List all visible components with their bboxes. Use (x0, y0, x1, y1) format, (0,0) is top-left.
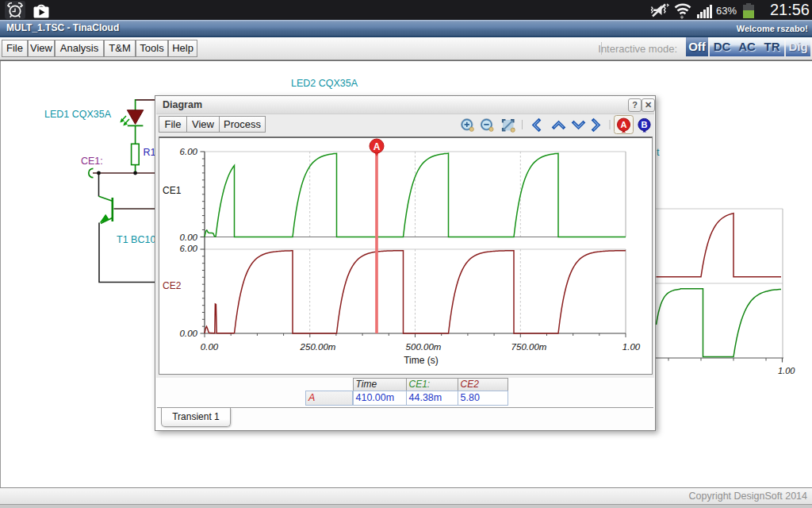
svg-text:Time (s): Time (s) (404, 355, 439, 366)
svg-text:t: t (657, 147, 660, 158)
svg-text:500.00m: 500.00m (406, 342, 442, 352)
svg-text:A: A (373, 141, 381, 152)
svg-text:LED1 CQX35A: LED1 CQX35A (44, 109, 112, 120)
svg-text:750.00m: 750.00m (511, 342, 547, 352)
svg-text:0.00: 0.00 (180, 329, 198, 338)
svg-text:1.00: 1.00 (778, 366, 795, 375)
svg-text:6.00: 6.00 (180, 244, 198, 253)
svg-text:0.00: 0.00 (180, 233, 198, 242)
svg-text:6.00: 6.00 (180, 147, 198, 156)
svg-text:1.00: 1.00 (622, 342, 641, 352)
svg-text:0.00: 0.00 (201, 342, 219, 352)
svg-text:A: A (621, 120, 627, 129)
svg-text:CE2: CE2 (163, 280, 182, 291)
svg-text:CE1:: CE1: (81, 156, 103, 167)
svg-text:250.00m: 250.00m (300, 342, 336, 352)
svg-text:B: B (642, 120, 648, 129)
svg-text:LED2 CQX35A: LED2 CQX35A (291, 78, 358, 89)
svg-text:CE1: CE1 (163, 185, 182, 196)
